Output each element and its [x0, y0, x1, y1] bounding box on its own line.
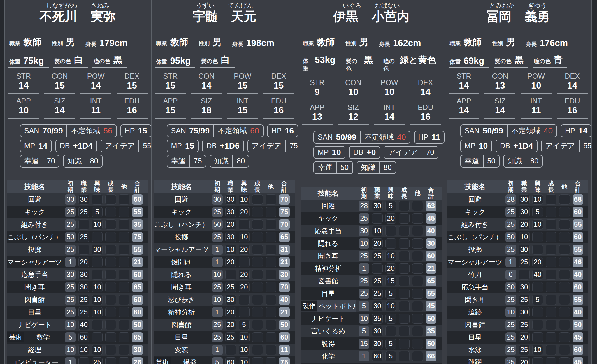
profile-value[interactable]: 青 — [554, 54, 563, 66]
skill-growth-cell[interactable] — [105, 207, 116, 217]
skill-other-cell[interactable] — [412, 213, 423, 224]
skill-job-cell[interactable]: 30 — [225, 295, 236, 305]
skill-other-cell[interactable] — [266, 307, 276, 317]
skill-init-cell[interactable]: 10 — [359, 238, 369, 249]
skill-init-cell[interactable]: 1 — [65, 357, 76, 364]
skill-other-cell[interactable] — [266, 282, 276, 292]
skill-job-cell[interactable]: 30 — [519, 307, 530, 317]
stat-value[interactable]: 14 — [557, 80, 588, 91]
stat-value[interactable]: 13 — [484, 80, 515, 91]
skill-interest-cell[interactable]: 10 — [92, 307, 103, 317]
skill-other-cell[interactable] — [559, 332, 570, 342]
skill-job-cell[interactable] — [78, 219, 89, 230]
skill-job-cell[interactable] — [225, 270, 236, 280]
indefinite-zone-value[interactable]: 40 — [397, 133, 406, 142]
skill-init-cell[interactable]: 1 — [212, 257, 223, 267]
skill-growth-cell[interactable] — [546, 270, 556, 280]
stat-value[interactable]: 11 — [521, 105, 552, 116]
skill-init-cell[interactable]: 10 — [359, 314, 369, 324]
skill-init-cell[interactable]: 5 — [359, 301, 369, 311]
skill-other-cell[interactable] — [266, 219, 276, 230]
skill-interest-cell[interactable]: 25 — [92, 357, 103, 364]
hp-value[interactable]: 14 — [578, 126, 587, 136]
damage-bonus-value[interactable]: +0 — [366, 148, 376, 157]
skill-growth-cell[interactable] — [252, 295, 263, 305]
skill-init-cell[interactable]: 10 — [65, 320, 76, 330]
skill-other-cell[interactable] — [559, 345, 570, 355]
skill-interest-cell[interactable]: 10 — [92, 295, 103, 305]
skill-init-cell[interactable]: 25 — [65, 307, 76, 317]
skill-interest-cell[interactable]: 20 — [239, 245, 250, 255]
skill-init-cell[interactable]: 1 — [65, 257, 76, 267]
skill-growth-cell[interactable] — [105, 307, 116, 317]
skill-other-cell[interactable] — [119, 194, 129, 205]
skill-interest-cell[interactable]: 5 — [239, 320, 250, 330]
skill-other-cell[interactable] — [119, 232, 129, 242]
idea-value[interactable]: 55 — [138, 140, 151, 152]
skill-init-cell[interactable]: 25 — [505, 357, 516, 364]
skill-job-cell[interactable]: 20 — [225, 257, 236, 267]
skill-interest-cell[interactable] — [385, 238, 396, 249]
profile-value[interactable]: 教師 — [23, 36, 41, 48]
skill-init-cell[interactable]: 25 — [65, 207, 76, 217]
skill-growth-cell[interactable] — [546, 245, 556, 255]
skill-interest-cell[interactable]: 5 — [385, 289, 396, 299]
skill-interest-cell[interactable]: 20 — [239, 282, 250, 292]
san-value[interactable]: 75/99 — [189, 126, 210, 136]
skill-interest-cell[interactable]: 5 — [92, 207, 103, 217]
skill-growth-cell[interactable] — [252, 219, 263, 230]
idea-value[interactable]: 55 — [579, 140, 592, 152]
skill-init-cell[interactable]: 50 — [505, 232, 516, 242]
stat-value[interactable]: 14 — [449, 105, 480, 116]
skill-job-cell[interactable]: 35 — [372, 314, 383, 324]
skill-other-cell[interactable] — [266, 257, 276, 267]
skill-init-cell[interactable]: 25 — [65, 219, 76, 230]
stat-value[interactable]: 15 — [117, 80, 148, 91]
profile-value[interactable]: 男 — [359, 36, 368, 48]
skill-init-cell[interactable]: 1 — [359, 351, 369, 361]
skill-interest-cell[interactable]: 20 — [385, 213, 396, 224]
skill-interest-cell[interactable]: 20 — [239, 270, 250, 280]
skill-other-cell[interactable] — [266, 232, 276, 242]
skill-job-cell[interactable]: 20 — [519, 357, 530, 364]
skill-interest-cell[interactable]: 30 — [92, 245, 103, 255]
profile-value[interactable]: 198cm — [246, 38, 275, 48]
skill-interest-cell[interactable]: 10 — [92, 282, 103, 292]
skill-interest-cell[interactable]: 10 — [385, 301, 396, 311]
skill-other-cell[interactable] — [266, 320, 276, 330]
skill-growth-cell[interactable] — [105, 282, 116, 292]
skill-interest-cell[interactable]: 10 — [239, 232, 250, 242]
skill-other-cell[interactable] — [119, 257, 129, 267]
san-value[interactable]: 50/99 — [336, 133, 356, 142]
skill-growth-cell[interactable] — [399, 314, 410, 324]
skill-init-cell[interactable]: 25 — [359, 251, 369, 261]
skill-job-cell[interactable]: 10 — [372, 226, 383, 236]
skill-job-cell[interactable]: 25 — [78, 307, 89, 317]
skill-interest-cell[interactable]: 5 — [385, 314, 396, 324]
skill-interest-cell[interactable] — [532, 245, 543, 255]
stat-value[interactable]: 16 — [410, 111, 441, 122]
skill-other-cell[interactable] — [266, 345, 276, 355]
skill-other-cell[interactable] — [412, 301, 423, 311]
skill-job-cell[interactable]: 30 — [519, 282, 530, 292]
stat-value[interactable]: 16 — [557, 105, 588, 116]
skill-growth-cell[interactable] — [546, 295, 556, 305]
skill-interest-cell[interactable]: 20 — [385, 263, 396, 274]
profile-value[interactable]: 黒 — [113, 54, 122, 66]
skill-growth-cell[interactable] — [546, 320, 556, 330]
skill-growth-cell[interactable] — [105, 345, 116, 355]
skill-growth-cell[interactable] — [399, 289, 410, 299]
skill-job-cell[interactable]: 30 — [372, 201, 383, 211]
skill-init-cell[interactable]: 25 — [212, 320, 223, 330]
skill-growth-cell[interactable] — [546, 219, 556, 230]
skill-job-cell[interactable] — [78, 245, 89, 255]
skill-other-cell[interactable] — [412, 201, 423, 211]
skill-growth-cell[interactable] — [105, 219, 116, 230]
skill-init-cell[interactable]: 28 — [505, 194, 516, 205]
skill-interest-cell[interactable] — [532, 332, 543, 342]
san-value[interactable]: 50/99 — [483, 126, 503, 136]
skill-job-cell[interactable]: 25 — [519, 257, 530, 267]
skill-job-cell[interactable]: 20 — [225, 307, 236, 317]
stat-value[interactable]: 15 — [227, 105, 258, 116]
skill-other-cell[interactable] — [559, 282, 570, 292]
